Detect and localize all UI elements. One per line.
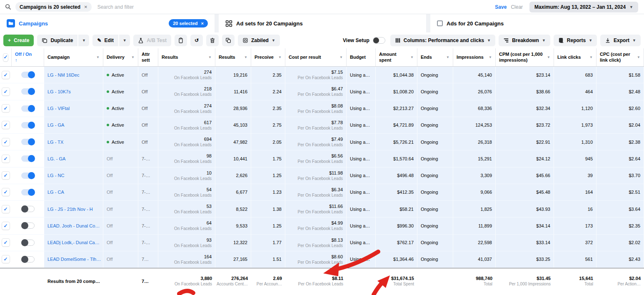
row-toggle[interactable] xyxy=(21,256,35,262)
column-header-cost-per-result[interactable]: Cost per result▼ xyxy=(285,48,347,66)
row-checkbox[interactable]: ✓ xyxy=(0,117,12,134)
row-toggle[interactable] xyxy=(21,240,35,246)
results-cell: 54On Facebook Leads xyxy=(158,184,215,201)
row-checkbox[interactable]: ✓ xyxy=(0,150,12,167)
column-header-campaign[interactable]: Campaign▼ xyxy=(44,48,103,66)
toggle-off-icon[interactable] xyxy=(373,37,385,44)
select-all-checkbox[interactable]: ✓ xyxy=(0,48,12,66)
duplicate-button[interactable]: Duplicate xyxy=(37,35,77,46)
row-checkbox[interactable]: ✓ xyxy=(0,184,12,201)
column-header-impressions[interactable]: Impressions▼ xyxy=(453,48,496,66)
row-toggle[interactable] xyxy=(21,155,35,162)
campaign-name-link[interactable]: LG - JS - 21th Nov - H xyxy=(47,207,100,212)
search-input[interactable]: Search and filter xyxy=(97,4,134,10)
column-header-results-2[interactable]: Results▼ xyxy=(215,48,251,66)
column-header-cpc[interactable]: CPC (cost per link click)▼ xyxy=(597,48,644,66)
save-button[interactable]: Save xyxy=(495,4,507,10)
campaign-name-link[interactable]: LG. - GA xyxy=(47,156,100,161)
row-toggle[interactable] xyxy=(21,122,35,128)
campaign-name-link[interactable]: LG - NC xyxy=(47,173,100,178)
undo-button[interactable]: ↺ xyxy=(190,35,203,46)
clipboard-button[interactable] xyxy=(175,35,187,46)
pages-button[interactable] xyxy=(222,35,235,46)
reports-dropdown[interactable]: Reports ▼ xyxy=(554,35,597,46)
column-header-attr-setting[interactable]: Attr sett xyxy=(138,48,158,66)
column-header-cpm[interactable]: CPM (cost per 1,000 impressions)▼ xyxy=(496,48,554,66)
table-row: ✓ LEAD. Jooh - Dunal Co… Off 7-… 64On Fa… xyxy=(0,218,644,234)
precoive-cell: 1.38 xyxy=(251,201,285,218)
row-checkbox[interactable]: ✓ xyxy=(0,100,12,117)
row-checkbox[interactable]: ✓ xyxy=(0,201,12,218)
close-icon[interactable]: × xyxy=(201,21,204,26)
table-header: ✓ Off / On ↑ Campaign▼ Delivery▼ Attr se… xyxy=(0,48,644,67)
campaign-name-link[interactable]: LG - CA xyxy=(47,190,100,195)
ends-cell: Ongoing xyxy=(417,184,453,201)
row-toggle[interactable] xyxy=(21,189,35,195)
export-dropdown[interactable]: Export ▼ xyxy=(600,35,641,46)
amount-spent-cell: $496.48 xyxy=(376,168,417,184)
columns-dropdown[interactable]: Columns: Performance and clicks ▼ xyxy=(390,35,495,46)
column-header-budget[interactable]: Budget xyxy=(347,48,376,66)
ab-test-button[interactable]: A/B Test xyxy=(133,35,171,46)
rules-dropdown[interactable]: Zabiled ▼ xyxy=(238,35,280,46)
campaign-name-link[interactable]: LG - TX xyxy=(47,140,100,145)
edit-button[interactable]: ✎ Edit xyxy=(92,35,118,46)
date-range-selector[interactable]: Maximum: Aug 13, 2022 – Jan 11, 2024 ▼ xyxy=(529,2,638,12)
column-label: Budget xyxy=(350,55,366,60)
create-button[interactable]: + Create xyxy=(3,35,34,46)
row-toggle[interactable] xyxy=(21,105,35,112)
footer-checkbox-cell xyxy=(0,268,12,294)
column-header-results[interactable]: Results▼ xyxy=(158,48,215,66)
view-setup-toggle[interactable]: View Setup xyxy=(343,37,385,44)
delete-button[interactable] xyxy=(206,35,219,46)
column-header-precoive[interactable]: Precoive▼ xyxy=(251,48,285,66)
filter-chip[interactable]: Campaigns is 20 selected × xyxy=(15,2,92,12)
table-row: ✓ LG - NM 16Dec Active Off 274On Faceboo… xyxy=(0,67,644,83)
breakdown-dropdown[interactable]: Breakdown ▼ xyxy=(499,35,550,46)
campaign-name-link[interactable]: LG - GA xyxy=(47,122,100,128)
row-checkbox[interactable]: ✓ xyxy=(0,134,12,150)
campaign-name-link[interactable]: LEAD DomelSome - Tlh… xyxy=(47,257,100,262)
row-toggle[interactable] xyxy=(21,139,35,145)
row-checkbox[interactable]: ✓ xyxy=(0,67,12,83)
edit-dropdown-button[interactable]: ▼ xyxy=(119,35,130,46)
column-header-amount-spent[interactable]: Amount spent▼ xyxy=(376,48,417,66)
amount-spent-cell: $1,364.46 xyxy=(376,251,417,268)
tab-adsets[interactable]: Ad sets for 20 Campaigns xyxy=(219,14,426,32)
row-toggle-cell xyxy=(12,134,44,150)
campaign-name-link[interactable]: LG - VIFtal xyxy=(47,106,100,111)
budget-cell: Using a… xyxy=(347,67,376,83)
ends-cell: Ongoing xyxy=(417,83,453,100)
campaign-name-link[interactable]: LG - 10K7s xyxy=(47,89,100,94)
budget-cell: Using a… xyxy=(347,150,376,167)
column-header-off-on[interactable]: Off / On ↑ xyxy=(12,48,44,66)
tab-ads[interactable]: Ads for 20 Campaigns xyxy=(430,14,644,32)
delivery-status: Off xyxy=(107,240,135,245)
row-checkbox[interactable]: ✓ xyxy=(0,218,12,234)
cpc-cell: $2.35 xyxy=(597,218,644,234)
row-toggle[interactable] xyxy=(21,172,35,179)
campaign-name-link[interactable]: LG - NM 16Dec xyxy=(47,72,100,78)
campaign-name-link[interactable]: LEAD. Jooh - Dunal Co… xyxy=(47,223,100,228)
close-icon[interactable]: × xyxy=(84,4,87,10)
column-header-link-clicks[interactable]: Link clicks▼ xyxy=(554,48,597,66)
attr-setting-value: 7-… xyxy=(142,207,155,212)
row-checkbox[interactable]: ✓ xyxy=(0,168,12,184)
row-checkbox[interactable]: ✓ xyxy=(0,83,12,100)
clear-button[interactable]: Clear xyxy=(511,4,523,10)
row-toggle[interactable] xyxy=(21,206,35,212)
selected-count-badge[interactable]: 20 selected × xyxy=(169,19,208,28)
column-header-delivery[interactable]: Delivery▼ xyxy=(103,48,138,66)
check-icon: ✓ xyxy=(2,138,10,146)
duplicate-dropdown-button[interactable]: ▼ xyxy=(78,35,89,46)
campaign-name-link[interactable]: LEADj Lodk,- Dunal Ca… xyxy=(47,240,100,245)
caret-down-icon: ▼ xyxy=(589,38,592,42)
column-header-ends[interactable]: Ends▼ xyxy=(417,48,453,66)
row-toggle[interactable] xyxy=(21,88,35,95)
tab-campaigns[interactable]: Campaigns 20 selected × xyxy=(0,14,215,32)
reports-dropdown-label: Reports xyxy=(567,38,586,43)
row-checkbox[interactable]: ✓ xyxy=(0,235,12,251)
row-checkbox[interactable]: ✓ xyxy=(0,251,12,268)
row-toggle[interactable] xyxy=(21,222,35,229)
row-toggle[interactable] xyxy=(21,72,35,78)
